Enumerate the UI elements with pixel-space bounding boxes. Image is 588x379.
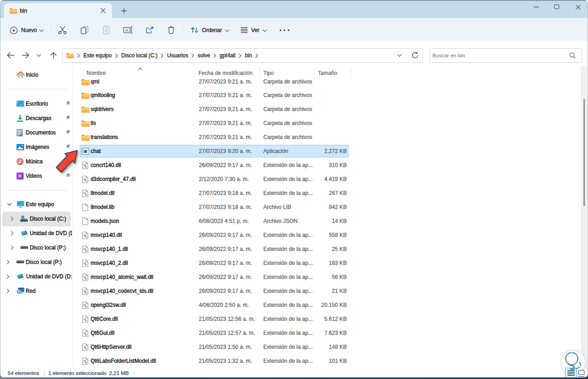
svg-text:A: A bbox=[125, 28, 129, 32]
